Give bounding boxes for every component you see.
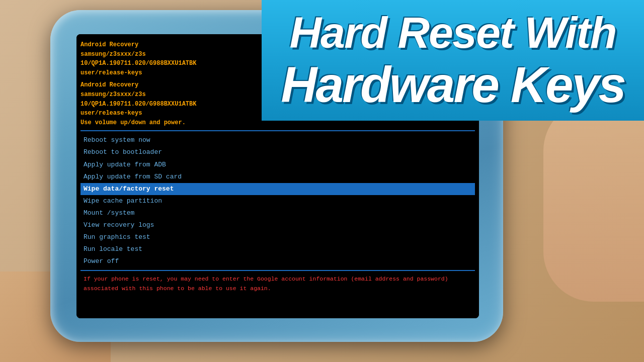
recovery-label-2: Android Recovery [80,81,138,88]
warning-text: If your phone is reset, you may need to … [80,274,475,294]
separator-bottom [80,270,475,271]
menu-apply-adb[interactable]: Apply update from ADB [80,159,475,171]
menu-view-recovery[interactable]: View recovery logs [80,219,475,231]
device-info-1: samsung/z3sxxx/z3s [80,51,146,58]
keys-info-2: user/release-keys [80,110,142,117]
menu-power-off[interactable]: Power off [80,255,475,267]
device-info-2: samsung/z3sxxx/z3s [80,91,146,98]
menu-graphics-test[interactable]: Run graphics test [80,231,475,243]
title-overlay: Hard Reset With Hardware Keys [262,0,644,121]
menu-wipe-data[interactable]: Wipe data/factory reset [80,183,475,195]
menu-wipe-cache[interactable]: Wipe cache partition [80,195,475,207]
menu-mount-system[interactable]: Mount /system [80,207,475,219]
instruction: Use volume up/down and power. [80,119,186,126]
title-line2: Hardware Keys [281,57,625,112]
hand-right [543,101,644,302]
menu-locale-test[interactable]: Run locale test [80,243,475,255]
menu-apply-sd[interactable]: Apply update from SD card [80,171,475,183]
build-info-1: 10/QP1A.190711.020/G988BXXU1ATBK [80,60,196,67]
separator-top [80,130,475,131]
build-info-2: 10/QP1A.190711.020/G988BXXU1ATBK [80,101,196,108]
keys-info-1: user/release-keys [80,69,142,76]
title-line1: Hard Reset With [281,9,625,57]
menu-list: Reboot system now Reboot to bootloader A… [80,134,475,267]
menu-reboot-system[interactable]: Reboot system now [80,134,475,146]
recovery-label-1: Android Recovery [80,41,138,48]
menu-reboot-bootloader[interactable]: Reboot to bootloader [80,146,475,158]
title-text: Hard Reset With Hardware Keys [281,9,625,113]
